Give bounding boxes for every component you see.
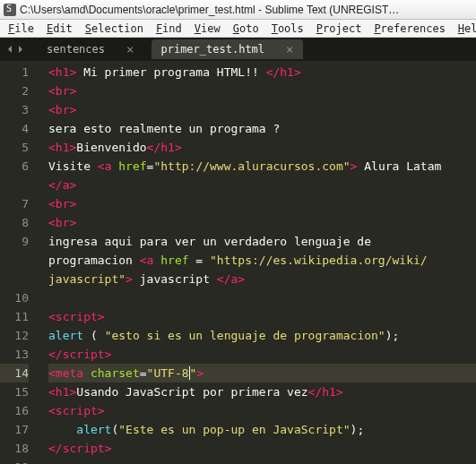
code-line[interactable]: <br> [48, 194, 476, 213]
code-line[interactable]: <br> [48, 82, 476, 100]
close-icon[interactable]: × [126, 42, 134, 56]
menu-edit[interactable]: Edit [40, 22, 79, 35]
menu-file[interactable]: File [2, 22, 40, 35]
line-number: 9 [0, 232, 29, 251]
window-title: C:\Users\amd\Documents\oracle\primer_tes… [20, 4, 399, 16]
line-number: 4 [0, 119, 29, 138]
app-icon [4, 4, 16, 16]
menu-preferences[interactable]: Preferences [368, 22, 451, 35]
line-number: 10 [0, 288, 29, 307]
line-number: 15 [0, 382, 29, 401]
code-line[interactable]: alert ( "esto si es un lenguaje de progr… [48, 326, 476, 345]
tab-sentences[interactable]: sentences× [38, 39, 143, 59]
code-line[interactable] [48, 288, 476, 307]
line-number: 18 [0, 439, 29, 458]
editor: 1234567891011121314151617181920 <h1> Mi … [0, 61, 476, 464]
tab-bar: sentences×primer_test.html× [0, 38, 476, 61]
menu-find[interactable]: Find [150, 22, 188, 35]
code-line[interactable]: <br> [48, 213, 476, 232]
code-line[interactable]: <script> [48, 307, 476, 326]
line-number: 16 [0, 401, 29, 420]
code-line[interactable]: programacion <a href = "https://es.wikip… [48, 251, 476, 270]
code-line[interactable]: <h1>Usando JavaScript por primera vez</h… [48, 382, 476, 401]
nav-back-icon[interactable] [5, 45, 14, 54]
code-line[interactable]: <br> [48, 100, 476, 119]
line-number: 2 [0, 82, 29, 100]
menu-bar: FileEditSelectionFindViewGotoToolsProjec… [0, 20, 476, 38]
code-area[interactable]: <h1> Mi primer programa HTML!! </h1><br>… [36, 61, 476, 464]
nav-forward-icon[interactable] [16, 45, 25, 54]
code-line[interactable]: <meta charset="UTF-8"> [48, 364, 476, 382]
line-number: 7 [0, 194, 29, 213]
menu-tools[interactable]: Tools [265, 22, 310, 35]
nav-arrows [2, 45, 29, 54]
menu-selection[interactable]: Selection [79, 22, 150, 35]
code-line[interactable]: Visite <a href="http://www.aluracursos.c… [48, 157, 476, 176]
line-number: 6 [0, 157, 29, 176]
code-line[interactable]: alert("Este es un pop-up en JavaScript")… [48, 420, 476, 439]
line-number: 17 [0, 420, 29, 439]
window-titlebar: C:\Users\amd\Documents\oracle\primer_tes… [0, 0, 476, 20]
line-number: 5 [0, 138, 29, 157]
code-line[interactable]: javascript"> javascript </a> [48, 270, 476, 288]
code-line[interactable]: </script> [48, 439, 476, 458]
menu-project[interactable]: Project [310, 22, 368, 35]
line-number: 14 [0, 364, 29, 382]
line-number: 13 [0, 345, 29, 364]
code-line[interactable]: ingresa aqui para ver un verdadero lengu… [48, 232, 476, 251]
tab-label: sentences [47, 43, 105, 56]
code-line[interactable]: </script> [48, 345, 476, 364]
line-number [0, 176, 29, 194]
code-line[interactable]: </a> [48, 176, 476, 194]
code-line[interactable]: <h1>Bienvenido</h1> [48, 138, 476, 157]
code-line[interactable] [48, 458, 476, 464]
line-number: 12 [0, 326, 29, 345]
tab-label: primer_test.html [160, 43, 264, 56]
menu-goto[interactable]: Goto [227, 22, 265, 35]
code-line[interactable]: sera esto realmente un programa ? [48, 119, 476, 138]
line-number: 11 [0, 307, 29, 326]
line-number: 3 [0, 100, 29, 119]
line-number: 19 [0, 458, 29, 464]
code-line[interactable]: <h1> Mi primer programa HTML!! </h1> [48, 63, 476, 82]
line-number: 8 [0, 213, 29, 232]
menu-help[interactable]: Help [452, 22, 476, 35]
gutter: 1234567891011121314151617181920 [0, 61, 36, 464]
menu-view[interactable]: View [188, 22, 227, 35]
line-number [0, 270, 29, 288]
line-number: 1 [0, 63, 29, 82]
close-icon[interactable]: × [286, 42, 293, 56]
line-number [0, 251, 29, 270]
tab-primer_test-html[interactable]: primer_test.html× [151, 39, 302, 59]
code-line[interactable]: <script> [48, 401, 476, 420]
